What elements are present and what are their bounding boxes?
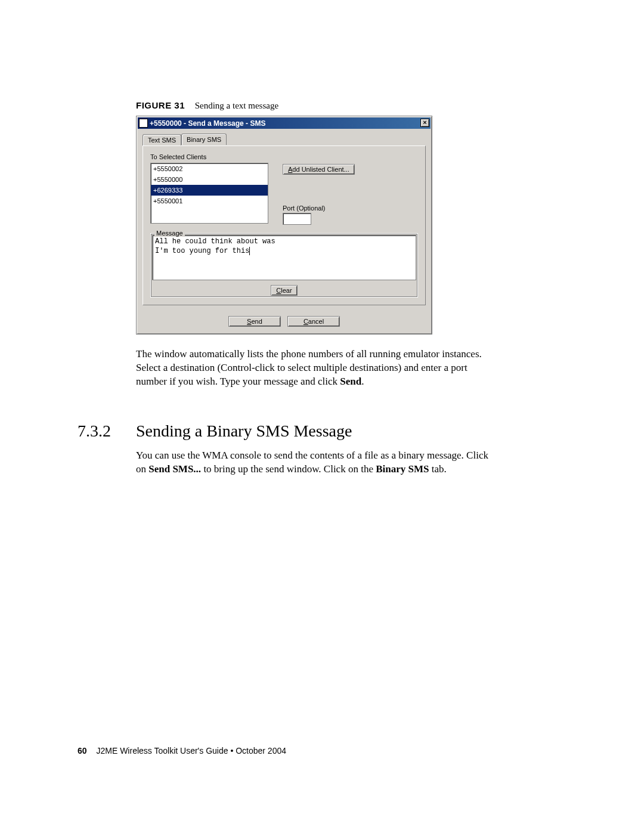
window-title: +5550000 - Send a Message - SMS xyxy=(150,119,265,128)
tabs: Text SMS Binary SMS xyxy=(143,134,426,145)
send-button[interactable]: Send xyxy=(228,316,281,327)
footer: 60 J2ME Wireless Toolkit User's Guide • … xyxy=(78,746,286,755)
figure-caption: FIGURE 31 Sending a text message xyxy=(136,100,552,111)
tab-binary-sms[interactable]: Binary SMS xyxy=(181,134,227,145)
list-item[interactable]: +5550002 xyxy=(151,163,268,174)
clients-listbox[interactable]: +5550002 +5550000 +6269333 +5550001 xyxy=(150,163,268,224)
footer-text: J2ME Wireless Toolkit User's Guide • Oct… xyxy=(96,746,286,755)
page-number: 60 xyxy=(78,746,87,755)
message-textarea[interactable]: All he could think about was I'm too you… xyxy=(152,235,416,280)
list-item[interactable]: +5550000 xyxy=(151,174,268,185)
paragraph-1: The window automatically lists the phone… xyxy=(136,348,500,389)
list-item[interactable]: +5550001 xyxy=(151,196,268,206)
tab-text-sms[interactable]: Text SMS xyxy=(143,134,181,145)
cancel-button[interactable]: Cancel xyxy=(287,316,340,327)
section-number: 7.3.2 xyxy=(78,422,136,441)
list-item[interactable]: +6269333 xyxy=(151,185,268,196)
close-icon[interactable]: × xyxy=(420,119,429,127)
section-title: Sending a Binary SMS Message xyxy=(136,422,352,441)
figure-title: Sending a text message xyxy=(195,101,278,110)
message-legend: Message xyxy=(154,230,185,237)
to-clients-label: To Selected Clients xyxy=(150,153,418,160)
titlebar: +5550000 - Send a Message - SMS × xyxy=(138,117,431,129)
sms-window: +5550000 - Send a Message - SMS × Text S… xyxy=(136,116,432,335)
clear-button[interactable]: Clear xyxy=(271,285,297,296)
add-unlisted-client-button[interactable]: Add Unlisted Client... xyxy=(283,164,355,175)
app-icon xyxy=(139,119,148,128)
figure-label: FIGURE 31 xyxy=(136,100,185,110)
paragraph-2: You can use the WMA console to send the … xyxy=(136,449,500,476)
port-input[interactable] xyxy=(283,213,311,225)
section-heading: 7.3.2 Sending a Binary SMS Message xyxy=(78,422,552,441)
port-label: Port (Optional) xyxy=(283,205,355,212)
